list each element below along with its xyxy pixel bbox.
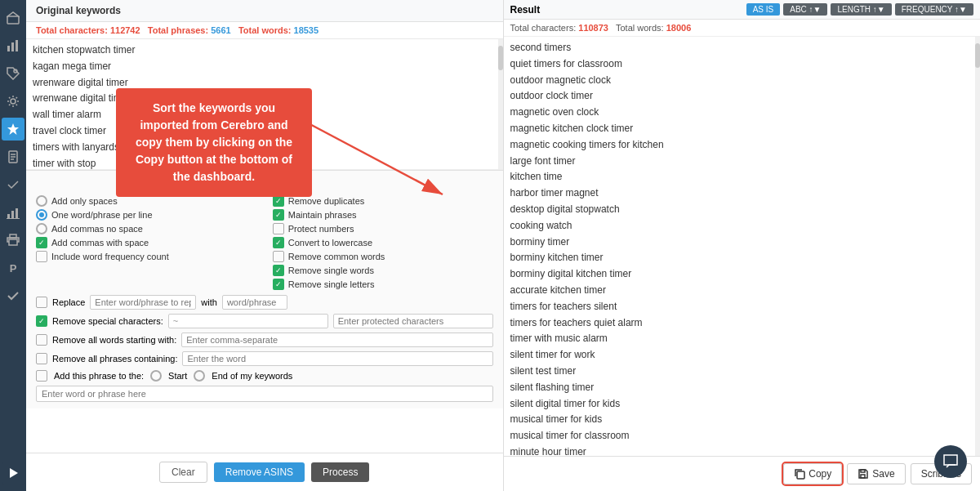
left-panel-header: Original keywords: [26, 0, 503, 22]
save-button[interactable]: Save: [847, 463, 905, 484]
sidebar-item-play[interactable]: [2, 462, 24, 484]
result-item: musical timer for kids: [510, 412, 974, 428]
tooltip-overlay: Sort the keywords you imported from Cere…: [116, 88, 312, 197]
option-remove-single-letters[interactable]: ✓ Remove single letters: [273, 279, 493, 290]
end-label: End of my keywords: [212, 371, 292, 381]
result-item: desktop digital stopwatch: [510, 202, 974, 218]
sort-buttons: AS IS ABC ↑▼ LENGTH ↑▼ FREQUENCY ↑▼: [746, 3, 973, 16]
result-item: borminy kitchen timer: [510, 250, 974, 266]
right-words-value: 18006: [666, 23, 692, 33]
special-chars-value[interactable]: [168, 314, 328, 328]
copy-button[interactable]: Copy: [783, 463, 842, 484]
radio-start[interactable]: [150, 370, 162, 382]
checkbox-replace[interactable]: [36, 297, 47, 308]
phrase-input[interactable]: [36, 386, 493, 402]
result-item: kitchen time: [510, 169, 974, 185]
checkbox-convert-lowercase[interactable]: ✓: [273, 237, 284, 248]
left-total-words-label: Total words:: [238, 25, 292, 35]
sidebar-item-doc[interactable]: [2, 145, 24, 168]
sidebar-item-p[interactable]: P: [2, 257, 24, 279]
option-add-spaces[interactable]: Add only spaces: [36, 195, 256, 207]
checkbox-remove-single-letters[interactable]: ✓: [273, 279, 284, 290]
result-list: second timersquiet timers for classroomo…: [504, 37, 981, 456]
sidebar-item-check[interactable]: [2, 173, 24, 196]
option-remove-single-words[interactable]: ✓ Remove single words: [273, 265, 493, 276]
panels: Original keywords Total characters: 1127…: [26, 0, 980, 491]
svg-rect-13: [16, 208, 18, 218]
option-protect-numbers[interactable]: Protect numbers: [273, 223, 493, 234]
result-item: silent flashing timer: [510, 380, 974, 396]
add-phrase-label: Add this phrase to the:: [54, 371, 144, 381]
svg-rect-22: [861, 470, 865, 472]
right-chars-label: Total characters:: [510, 23, 577, 33]
result-item: borminy timer: [510, 234, 974, 251]
result-item: silent digital timer for kids: [510, 396, 974, 413]
protected-chars-input[interactable]: [333, 314, 493, 328]
option-maintain-phrases[interactable]: ✓ Maintain phrases: [273, 209, 493, 221]
add-phrase-row: Add this phrase to the: Start End of my …: [36, 370, 493, 382]
checkbox-commas-with-space[interactable]: ✓: [36, 237, 47, 248]
replace-label: Replace: [52, 297, 85, 307]
result-item: second timers: [510, 40, 974, 56]
remove-containing-row: Remove all phrases containing:: [36, 351, 493, 366]
option-commas-no-space[interactable]: Add commas no space: [36, 223, 256, 234]
sort-frequency[interactable]: FREQUENCY ↑▼: [895, 3, 973, 16]
checkbox-remove-single-words[interactable]: ✓: [273, 265, 284, 276]
start-label: Start: [168, 371, 187, 381]
phrase-input-row: [36, 386, 493, 402]
sidebar-item-active[interactable]: [2, 118, 24, 141]
sidebar-item-bar[interactable]: [2, 201, 24, 224]
result-list-items: second timersquiet timers for classroomo…: [510, 40, 974, 456]
radio-add-spaces[interactable]: [36, 195, 47, 207]
sidebar-item-checkmark2[interactable]: [2, 284, 24, 307]
remove-starting-input[interactable]: [181, 333, 492, 347]
sort-as-is[interactable]: AS IS: [746, 3, 781, 16]
sort-abc[interactable]: ABC ↑▼: [783, 3, 827, 16]
checkbox-remove-duplicates[interactable]: ✓: [273, 195, 284, 207]
option-one-per-line[interactable]: One word/phrase per line: [36, 209, 256, 221]
left-total-chars-value: 112742: [110, 25, 140, 35]
sidebar-item-tag[interactable]: [2, 62, 24, 85]
special-chars-label: Remove special characters:: [52, 316, 163, 326]
checkbox-word-frequency[interactable]: [36, 251, 47, 262]
sidebar-item-gear[interactable]: [2, 90, 24, 113]
option-word-frequency[interactable]: Include word frequency count: [36, 251, 256, 262]
checkbox-protect-numbers[interactable]: [273, 223, 284, 234]
sidebar-item-chart[interactable]: [2, 34, 24, 57]
result-item: outdoor clock timer: [510, 88, 974, 105]
result-item: harbor timer magnet: [510, 185, 974, 202]
sidebar-item-print[interactable]: [2, 229, 24, 252]
checkbox-maintain-phrases[interactable]: ✓: [273, 209, 284, 221]
result-item: musical timer for classroom: [510, 428, 974, 444]
option-convert-lowercase[interactable]: ✓ Convert to lowercase: [273, 237, 493, 248]
checkbox-special-chars[interactable]: ✓: [36, 315, 47, 327]
checkbox-remove-containing[interactable]: [36, 353, 47, 364]
replace-input[interactable]: [90, 295, 196, 310]
remove-containing-input[interactable]: [182, 351, 492, 366]
option-commas-with-space[interactable]: ✓ Add commas with space: [36, 237, 256, 248]
with-input[interactable]: [222, 295, 287, 310]
radio-end[interactable]: [194, 370, 205, 382]
radio-commas-no-space[interactable]: [36, 223, 47, 234]
process-button[interactable]: Process: [311, 462, 369, 482]
checkbox-add-phrase[interactable]: [36, 370, 47, 382]
left-total-phrases-value: 5661: [211, 25, 230, 35]
result-item: accurate kitchen timer: [510, 283, 974, 299]
result-item: outdoor magnetic clock: [510, 73, 974, 89]
result-item: timer with music alarm: [510, 331, 974, 347]
right-panel: Result AS IS ABC ↑▼ LENGTH ↑▼ FREQUENCY …: [504, 0, 981, 491]
radio-one-per-line[interactable]: [36, 209, 47, 221]
remove-starting-row: Remove all words starting with:: [36, 333, 493, 347]
option-remove-common[interactable]: Remove common words: [273, 251, 493, 262]
sort-length[interactable]: LENGTH ↑▼: [831, 3, 891, 16]
checkbox-remove-starting[interactable]: [36, 334, 47, 346]
remove-asins-button[interactable]: Remove ASINS: [214, 462, 305, 482]
clear-button[interactable]: Clear: [159, 462, 207, 483]
remove-containing-label: Remove all phrases containing:: [52, 354, 177, 364]
sidebar-item-home[interactable]: [2, 7, 24, 29]
chat-button[interactable]: [934, 445, 967, 478]
checkbox-remove-common[interactable]: [273, 251, 284, 262]
result-item: timers for teachers silent: [510, 299, 974, 315]
svg-line-19: [304, 121, 443, 194]
left-total-words-value: 18535: [294, 25, 319, 35]
